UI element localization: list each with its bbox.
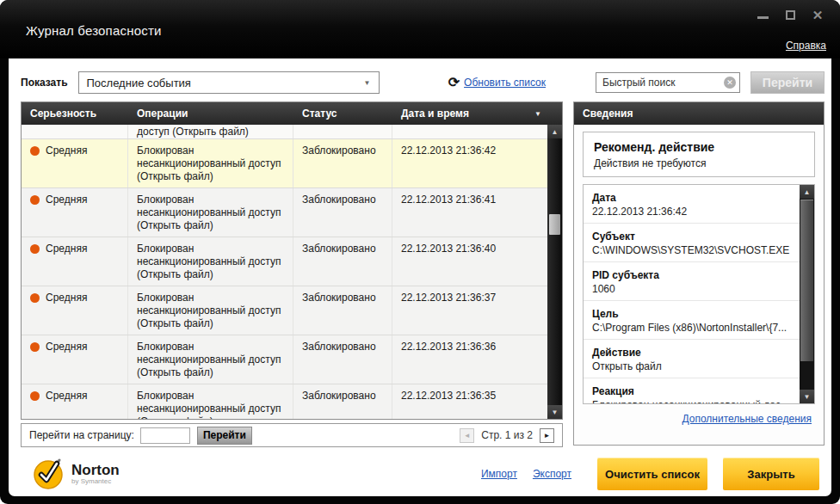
next-page-button[interactable]: ► bbox=[540, 428, 554, 443]
recommended-action-box: Рекоменд. действие Действия не требуются bbox=[583, 132, 815, 177]
severity-label: Средняя bbox=[46, 243, 87, 255]
chevron-down-icon: ▼ bbox=[364, 79, 371, 87]
security-log-window: Журнал безопасности ✕ Справка Показать П… bbox=[0, 0, 840, 504]
severity-dot bbox=[30, 342, 40, 352]
field-value: 22.12.2013 21:36:42 bbox=[592, 205, 791, 218]
footer-links: Импорт Экспорт bbox=[481, 468, 571, 480]
details-scrollbar-thumb[interactable] bbox=[800, 200, 813, 361]
column-header-operations[interactable]: Операции bbox=[128, 108, 293, 120]
scroll-up-icon[interactable]: ▲ bbox=[800, 185, 814, 199]
status-cell: Заблокировано bbox=[293, 188, 392, 237]
show-filter-value: Последние события bbox=[87, 77, 191, 89]
export-link[interactable]: Экспорт bbox=[533, 468, 571, 480]
table-row[interactable]: Средняя Блокирован несанкционированный д… bbox=[22, 286, 547, 335]
table-row[interactable]: Средняя Блокирован несанкционированный д… bbox=[22, 139, 547, 188]
field-value: 1060 bbox=[592, 282, 791, 296]
show-filter-dropdown[interactable]: Последние события ▼ bbox=[78, 71, 380, 94]
scroll-down-icon[interactable]: ▼ bbox=[547, 405, 562, 419]
maximize-icon bbox=[786, 10, 795, 20]
close-icon: ✕ bbox=[812, 9, 824, 22]
severity-label: Средняя bbox=[46, 341, 87, 353]
operation-cell: Блокирован несанкционированный доступ (О… bbox=[128, 139, 293, 187]
column-header-datetime[interactable]: Дата и время ▼ bbox=[392, 108, 562, 120]
scroll-up-icon[interactable]: ▲ bbox=[547, 125, 562, 138]
table-scrollbar-thumb[interactable] bbox=[549, 214, 560, 235]
minimize-button[interactable] bbox=[756, 8, 769, 22]
import-link[interactable]: Импорт bbox=[481, 468, 517, 480]
severity-dot bbox=[30, 293, 40, 303]
detail-field-date: Дата 22.12.2013 21:36:42 bbox=[584, 185, 800, 224]
datetime-cell: 22.12.2013 21:36:41 bbox=[392, 188, 547, 237]
more-details-link[interactable]: Дополнительные сведения bbox=[682, 413, 812, 425]
page-title: Журнал безопасности bbox=[26, 23, 162, 38]
footer: Norton by Symantec Импорт Экспорт Очисти… bbox=[21, 454, 819, 494]
main-area: Серьезность Операции Статус Дата и время… bbox=[21, 101, 825, 447]
brand-text: Norton by Symantec bbox=[71, 463, 120, 485]
page-prev-icon: ◄ bbox=[464, 432, 471, 439]
operation-cell: Блокирован несанкционированный доступ (О… bbox=[128, 188, 293, 237]
page-next-icon: ► bbox=[544, 432, 551, 439]
refresh-list-link[interactable]: Обновить список bbox=[464, 77, 546, 89]
goto-page-input[interactable] bbox=[140, 427, 190, 444]
norton-logo-icon bbox=[31, 457, 65, 491]
severity-label: Средняя bbox=[46, 390, 87, 403]
column-header-severity[interactable]: Серьезность bbox=[22, 108, 128, 120]
norton-brand: Norton by Symantec bbox=[31, 457, 120, 491]
datetime-cell: 22.12.2013 21:36:35 bbox=[392, 384, 547, 419]
operation-cell: Блокирован несанкционированный доступ (О… bbox=[128, 384, 293, 419]
detail-field-pid: PID субъекта 1060 bbox=[584, 262, 800, 301]
field-label: Реакция bbox=[592, 384, 791, 398]
table-row[interactable]: Средняя Блокирован несанкционированный д… bbox=[22, 384, 547, 419]
search-go-button[interactable]: Перейти bbox=[750, 71, 825, 94]
quick-search: ✕ bbox=[596, 72, 740, 93]
recommended-action-title: Рекоменд. действие bbox=[594, 140, 804, 154]
scroll-down-icon[interactable]: ▼ bbox=[800, 390, 814, 403]
details-header: Сведения bbox=[574, 102, 824, 125]
clear-search-icon[interactable]: ✕ bbox=[724, 77, 736, 89]
details-fields: Дата 22.12.2013 21:36:42 Субъект C:\WIND… bbox=[584, 185, 800, 403]
field-label: Цель bbox=[592, 307, 791, 321]
goto-page-button[interactable]: Перейти bbox=[197, 427, 252, 445]
table-header: Серьезность Операции Статус Дата и время… bbox=[22, 102, 562, 125]
severity-label: Средняя bbox=[46, 144, 87, 157]
status-cell: Заблокировано bbox=[293, 139, 392, 187]
datetime-cell: 22.12.2013 21:36:36 bbox=[392, 335, 547, 384]
datetime-cell: 22.12.2013 21:36:40 bbox=[392, 237, 547, 286]
table-row[interactable]: Средняя Блокирован несанкционированный д… bbox=[22, 237, 547, 286]
details-panel: Сведения Рекоменд. действие Действия не … bbox=[573, 101, 825, 446]
status-cell: Заблокировано bbox=[293, 384, 392, 419]
detail-field-subject: Субъект C:\WINDOWS\SYSTEM32\SVCHOST.EXE bbox=[584, 224, 800, 262]
field-label: Дата bbox=[592, 191, 791, 205]
details-body: Рекоменд. действие Действия не требуются… bbox=[574, 125, 824, 426]
table-row[interactable]: Средняя Блокирован несанкционированный д… bbox=[22, 335, 547, 384]
field-value: C:\Program Files (x86)\NortonInstaller\{… bbox=[592, 321, 791, 335]
operation-cell: Блокирован несанкционированный доступ (О… bbox=[128, 237, 293, 286]
table-row-partial[interactable]: доступ (Открыть файл) bbox=[22, 125, 547, 139]
field-value: Открыть файл bbox=[592, 360, 791, 373]
help-link[interactable]: Справка bbox=[786, 40, 826, 52]
prev-page-button[interactable]: ◄ bbox=[460, 428, 474, 443]
maximize-button[interactable] bbox=[783, 8, 797, 22]
show-label: Показать bbox=[21, 77, 68, 89]
severity-dot bbox=[30, 391, 40, 401]
detail-field-target: Цель C:\Program Files (x86)\NortonInstal… bbox=[584, 301, 800, 340]
operation-cell: Блокирован несанкционированный доступ (О… bbox=[128, 286, 293, 335]
status-cell: Заблокировано bbox=[293, 286, 392, 335]
detail-field-reaction: Реакция Блокирован несанкционированный д… bbox=[584, 378, 800, 403]
page-status: Стр. 1 из 2 bbox=[481, 429, 533, 441]
severity-dot bbox=[30, 244, 40, 254]
page-nav: ◄ Стр. 1 из 2 ► bbox=[460, 428, 554, 443]
field-value: Блокирован несанкционированный дос... bbox=[592, 398, 791, 403]
field-label: Субъект bbox=[592, 230, 791, 243]
minimize-icon bbox=[757, 16, 769, 19]
column-header-status[interactable]: Статус bbox=[293, 108, 392, 120]
column-header-datetime-label: Дата и время bbox=[401, 108, 469, 120]
table-scrollbar[interactable]: ▲ ▼ bbox=[547, 125, 562, 419]
table-row[interactable]: Средняя Блокирован несанкционированный д… bbox=[22, 188, 547, 237]
search-input[interactable] bbox=[596, 72, 740, 93]
details-scrollbar[interactable]: ▲ ▼ bbox=[800, 185, 814, 403]
close-dialog-button[interactable]: Закрыть bbox=[723, 458, 819, 490]
clear-list-button[interactable]: Очистить список bbox=[597, 458, 707, 490]
close-button[interactable]: ✕ bbox=[811, 8, 825, 22]
sort-desc-icon: ▼ bbox=[534, 110, 541, 118]
